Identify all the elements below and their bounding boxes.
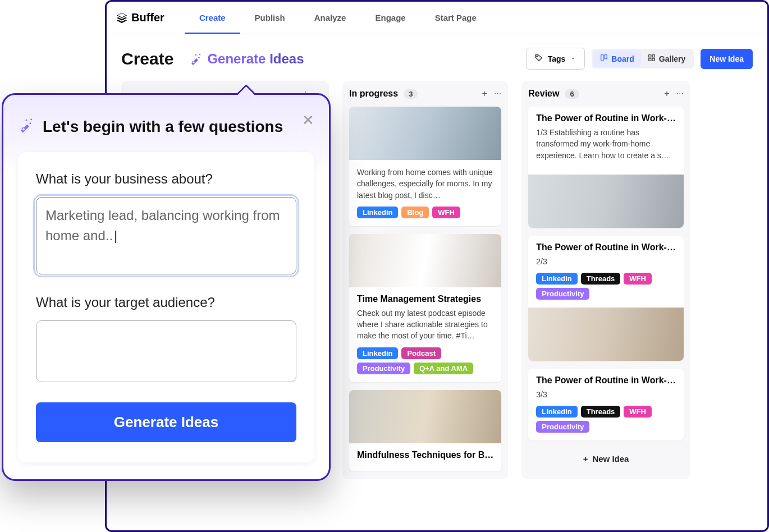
new-idea-label: New Idea (592, 454, 629, 464)
generate-ideas-modal: ✕ Let's begin with a few questions What … (2, 93, 331, 481)
card-image (349, 234, 501, 287)
card-title: Mindfulness Techniques for B… (357, 450, 493, 460)
tag-wfh[interactable]: WFH (432, 207, 460, 218)
question-business: What is your business about? Marketing l… (36, 171, 296, 274)
page-title: Create (121, 49, 173, 68)
ideas-text: Ideas (269, 51, 304, 66)
card-image (528, 308, 684, 361)
tag-linkedin[interactable]: Linkedin (357, 347, 398, 359)
column-menu-icon[interactable]: ··· (676, 89, 684, 99)
idea-card[interactable]: Mindfulness Techniques for B… (349, 390, 501, 471)
modal-body: What is your business about? Marketing l… (18, 152, 314, 462)
nav-tab-analyze[interactable]: Analyze (300, 2, 361, 34)
view-gallery-button[interactable]: Gallery (641, 51, 692, 67)
svg-rect-6 (652, 58, 654, 61)
column-count: 3 (404, 89, 418, 99)
question-label: What is your business about? (36, 171, 296, 187)
column-count: 6 (565, 89, 579, 99)
card-image (349, 390, 501, 443)
idea-card[interactable]: The Power of Routine in Work-… 1/3 Estab… (528, 107, 684, 228)
card-image (349, 107, 501, 160)
tag-productivity[interactable]: Productivity (536, 421, 589, 433)
idea-card[interactable]: The Power of Routine in Work-… 3/3 Linke… (528, 369, 684, 441)
view-toggle: Board Gallery (592, 49, 694, 68)
idea-card[interactable]: The Power of Routine in Work-… 2/3 Linke… (528, 236, 684, 361)
add-card-icon[interactable]: + (482, 89, 487, 99)
card-title: The Power of Routine in Work-… (536, 375, 676, 386)
card-title: The Power of Routine in Work-… (536, 242, 676, 253)
card-image (528, 175, 684, 228)
tags-label: Tags (548, 54, 566, 63)
header-right: Tags Board Gallery (526, 48, 753, 70)
plus-icon: + (583, 454, 588, 464)
new-idea-row[interactable]: + New Idea (528, 448, 684, 469)
idea-card[interactable]: Working from home comes with unique chal… (349, 107, 501, 226)
modal-header: Let's begin with a few questions (18, 117, 314, 136)
svg-rect-1 (601, 55, 603, 61)
new-idea-button[interactable]: New Idea (701, 49, 753, 69)
tag-wfh[interactable]: WFH (624, 273, 652, 285)
tag-productivity[interactable]: Productivity (536, 288, 589, 300)
svg-rect-3 (649, 55, 651, 57)
svg-rect-4 (652, 55, 654, 57)
card-title: The Power of Routine in Work-… (536, 113, 676, 123)
tag-linkedin[interactable]: Linkedin (536, 273, 577, 285)
magic-wand-icon (189, 53, 202, 65)
column-menu-icon[interactable]: ··· (494, 89, 501, 99)
gallery-icon (648, 54, 656, 63)
generate-text: Generate (207, 51, 266, 66)
add-card-icon[interactable]: + (664, 89, 669, 99)
view-board-button[interactable]: Board (593, 51, 640, 67)
top-nav: Buffer Create Publish Analyze Engage Sta… (107, 2, 767, 34)
question-audience: What is your target audience? (36, 295, 296, 382)
nav-tab-engage[interactable]: Engage (360, 2, 420, 34)
card-text: 1/3 Establishing a routine has transform… (536, 127, 676, 161)
svg-rect-5 (649, 58, 651, 61)
tags-button[interactable]: Tags (526, 48, 585, 70)
card-title: Time Management Strategies (357, 294, 493, 304)
tag-linkedin[interactable]: Linkedin (536, 406, 577, 418)
column-title: In progress (349, 89, 398, 99)
modal-title: Let's begin with a few questions (43, 118, 283, 136)
tag-linkedin[interactable]: Linkedin (357, 207, 398, 218)
idea-card[interactable]: Time Management Strategies Check out my … (349, 234, 501, 382)
generate-ideas-button[interactable]: Generate Ideas (189, 51, 304, 67)
nav-tab-create[interactable]: Create (185, 2, 240, 34)
tag-wfh[interactable]: WFH (624, 406, 652, 418)
column-header: Review 6 + ··· (528, 89, 684, 99)
question-label: What is your target audience? (36, 295, 296, 310)
page-header: Create Generate Ideas Tags (107, 34, 767, 81)
nav-tab-publish[interactable]: Publish (240, 2, 300, 34)
gallery-label: Gallery (659, 54, 685, 63)
board-column-in-progress: In progress 3 + ··· Working from home co… (342, 81, 508, 479)
tag-blog[interactable]: Blog (401, 207, 429, 218)
tag-icon (534, 53, 543, 64)
logo[interactable]: Buffer (116, 11, 164, 24)
tag-qa[interactable]: Q+A and AMA (414, 363, 473, 374)
generate-ideas-submit-button[interactable]: Generate Ideas (36, 402, 296, 442)
card-text: 3/3 (536, 389, 676, 400)
close-icon[interactable]: ✕ (302, 112, 314, 129)
tag-threads[interactable]: Threads (581, 273, 621, 285)
tag-productivity[interactable]: Productivity (357, 363, 410, 374)
header-left: Create Generate Ideas (121, 49, 304, 68)
board-column-review: Review 6 + ··· The Power of Routine in W… (521, 81, 690, 479)
board-icon (600, 54, 608, 63)
board-label: Board (611, 54, 634, 63)
tag-podcast[interactable]: Podcast (401, 347, 441, 359)
chevron-down-icon (570, 54, 576, 63)
column-title: Review (528, 89, 559, 99)
nav-tabs: Create Publish Analyze Engage Start Page (185, 2, 491, 34)
svg-rect-2 (605, 55, 607, 59)
nav-tab-startpage[interactable]: Start Page (420, 2, 491, 34)
buffer-logo-icon (116, 12, 128, 24)
column-header: In progress 3 + ··· (349, 89, 501, 99)
tag-threads[interactable]: Threads (581, 406, 621, 418)
card-text: Working from home comes with unique chal… (357, 167, 493, 201)
business-input[interactable]: Marketing lead, balancing working from h… (36, 197, 296, 274)
brand-name: Buffer (131, 11, 164, 24)
audience-input[interactable] (36, 320, 296, 382)
card-text: 2/3 (536, 256, 676, 267)
svg-point-0 (536, 56, 537, 57)
card-text: Check out my latest podcast episode wher… (357, 308, 493, 342)
